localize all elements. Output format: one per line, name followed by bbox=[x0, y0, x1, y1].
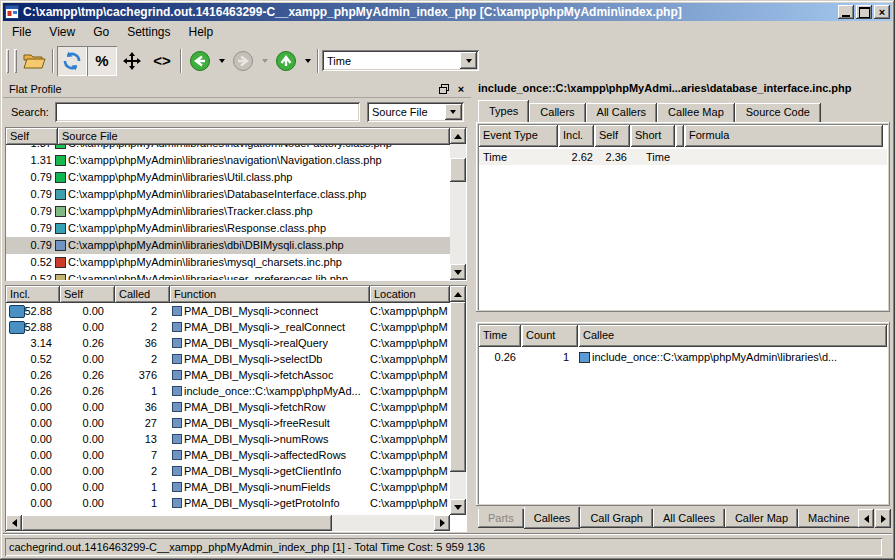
forward-button[interactable] bbox=[228, 46, 258, 76]
column-header-callee[interactable]: Callee bbox=[579, 325, 887, 347]
function-row[interactable]: 0.00 0.00 7 PMA_DBI_Mysqli->affectedRows… bbox=[6, 447, 450, 463]
menu-settings[interactable]: Settings bbox=[118, 22, 179, 42]
event-type-dropdown-button[interactable] bbox=[460, 52, 477, 69]
tab-types[interactable]: Types bbox=[478, 100, 529, 122]
file-row[interactable]: 0.79 C:\xampp\phpMyAdmin\libraries\Respo… bbox=[6, 220, 450, 237]
file-row[interactable]: 0.79 C:\xampp\phpMyAdmin\libraries\Track… bbox=[6, 203, 450, 220]
tab-call-graph[interactable]: Call Graph bbox=[580, 509, 653, 528]
function-row[interactable]: 0.00 0.00 1 PMA_DBI_Mysqli->numFields C:… bbox=[6, 479, 450, 495]
maximize-button[interactable] bbox=[856, 5, 872, 19]
column-header-self[interactable]: Self bbox=[595, 125, 630, 147]
function-row[interactable]: 3.14 0.26 36 PMA_DBI_Mysqli->realQuery C… bbox=[6, 335, 450, 351]
file-row[interactable]: 1.31 C:\xampp\phpMyAdmin\libraries\navig… bbox=[6, 152, 450, 169]
tab-parts[interactable]: Parts bbox=[478, 509, 524, 528]
move-pan-button[interactable] bbox=[117, 46, 147, 76]
back-dropdown-button[interactable] bbox=[215, 46, 228, 76]
column-header-incl[interactable]: Incl. bbox=[559, 125, 594, 147]
open-file-button[interactable] bbox=[19, 46, 49, 76]
self-cost: 0.00 bbox=[60, 495, 115, 511]
column-header-source-file[interactable]: Source File bbox=[58, 128, 450, 145]
event-type-selector[interactable]: Time bbox=[322, 50, 479, 71]
column-header-function[interactable]: Function bbox=[170, 286, 370, 303]
column-header-formula[interactable]: Formula bbox=[685, 125, 883, 147]
file-row[interactable]: 0.79 C:\xampp\phpMyAdmin\libraries\Util.… bbox=[6, 169, 450, 186]
tab-callees[interactable]: Callees bbox=[524, 507, 581, 529]
function-row[interactable]: 52.88 0.00 2 PMA_DBI_Mysqli->connect C:\… bbox=[6, 303, 450, 319]
location: C:\xampp\phpMy bbox=[370, 383, 448, 399]
function-row[interactable]: 0.00 0.00 36 PMA_DBI_Mysqli->fetchRow C:… bbox=[6, 399, 450, 415]
tab-source-code[interactable]: Source Code bbox=[735, 103, 821, 122]
tab-scroll-left-button[interactable] bbox=[858, 509, 874, 528]
menu-file[interactable]: File bbox=[3, 22, 40, 42]
toolbar-handle[interactable] bbox=[6, 49, 9, 73]
scroll-left-button[interactable] bbox=[6, 515, 22, 531]
function-row[interactable]: 0.26 0.26 376 PMA_DBI_Mysqli->fetchAssoc… bbox=[6, 367, 450, 383]
column-header-event-type[interactable]: Event Type bbox=[479, 125, 558, 147]
self-cost: 0.00 bbox=[60, 415, 115, 431]
scroll-down-button[interactable] bbox=[450, 264, 466, 280]
file-list-vscrollbar[interactable] bbox=[450, 128, 466, 280]
column-header-self[interactable]: Self bbox=[60, 286, 115, 303]
scroll-down-button[interactable] bbox=[450, 499, 466, 515]
minimize-button[interactable] bbox=[838, 5, 854, 19]
function-row[interactable]: 0.00 0.00 13 PMA_DBI_Mysqli->numRows C:\… bbox=[6, 431, 450, 447]
tab-callers[interactable]: Callers bbox=[529, 103, 585, 122]
function-row[interactable]: 52.88 0.00 2 PMA_DBI_Mysqli->_realConnec… bbox=[6, 319, 450, 335]
column-header-short[interactable]: Short bbox=[631, 125, 675, 147]
menu-go[interactable]: Go bbox=[84, 22, 118, 42]
up-button[interactable] bbox=[271, 46, 301, 76]
file-row[interactable]: 0.79 C:\xampp\phpMyAdmin\libraries\Datab… bbox=[6, 186, 450, 203]
expand-collapse-button[interactable]: <> bbox=[147, 46, 177, 76]
forward-dropdown-button[interactable] bbox=[258, 46, 271, 76]
dock-close-button[interactable]: × bbox=[454, 82, 468, 95]
column-header-called[interactable]: Called bbox=[115, 286, 170, 303]
tab-callee-map[interactable]: Callee Map bbox=[657, 103, 735, 122]
column-header-location[interactable]: Location bbox=[370, 286, 450, 303]
tab-machine-code[interactable]: Machine bbox=[798, 509, 858, 528]
file-row-selected[interactable]: 0.79 C:\xampp\phpMyAdmin\libraries\dbi\D… bbox=[6, 237, 450, 254]
function-row[interactable]: 0.52 0.00 2 PMA_DBI_Mysqli->selectDb C:\… bbox=[6, 351, 450, 367]
tab-caller-map[interactable]: Caller Map bbox=[725, 509, 798, 528]
scroll-thumb[interactable] bbox=[450, 302, 466, 472]
menu-view[interactable]: View bbox=[40, 22, 84, 42]
file-row[interactable]: 0.52 C:\xampp\phpMyAdmin\libraries\user_… bbox=[6, 271, 450, 280]
function-table-vscrollbar[interactable] bbox=[450, 286, 466, 515]
tab-all-callers[interactable]: All Callers bbox=[586, 103, 658, 122]
callee-row[interactable]: 0.26 1 include_once::C:\xampp\phpMyAdmin… bbox=[479, 349, 887, 365]
search-input[interactable] bbox=[55, 102, 360, 122]
scroll-right-button[interactable] bbox=[434, 515, 450, 531]
source-file-icon bbox=[55, 257, 66, 268]
incl-cost: 0.00 bbox=[6, 415, 60, 431]
function-row[interactable]: 0.26 0.26 1 include_once::C:\xampp\phpMy… bbox=[6, 383, 450, 399]
function-row[interactable]: 0.00 0.00 1 PMA_DBI_Mysqli->getProtoInfo… bbox=[6, 495, 450, 511]
cycle-detection-button[interactable] bbox=[57, 46, 87, 76]
column-header-self[interactable]: Self bbox=[6, 128, 58, 145]
back-button[interactable] bbox=[185, 46, 215, 76]
grouping-dropdown-button[interactable] bbox=[445, 104, 462, 120]
dock-float-button[interactable] bbox=[437, 82, 451, 95]
menu-help[interactable]: Help bbox=[180, 22, 223, 42]
function-row[interactable]: 0.00 0.00 27 PMA_DBI_Mysqli->freeResult … bbox=[6, 415, 450, 431]
column-header-time[interactable]: Time bbox=[479, 325, 521, 347]
close-button[interactable]: × bbox=[874, 5, 890, 19]
spacer-column-header[interactable] bbox=[676, 125, 684, 147]
relative-percent-button[interactable]: % bbox=[87, 46, 117, 76]
toolbar-handle[interactable] bbox=[14, 49, 17, 73]
scroll-up-button[interactable] bbox=[450, 286, 466, 302]
up-dropdown-button[interactable] bbox=[301, 46, 314, 76]
tab-scroll-right-button[interactable] bbox=[875, 509, 891, 528]
grouping-selector[interactable]: Source File bbox=[367, 102, 464, 122]
scroll-up-button[interactable] bbox=[450, 128, 466, 144]
file-row[interactable]: 1.37 C:\xampp\phpMyAdmin\libraries\navig… bbox=[6, 145, 450, 152]
column-header-count[interactable]: Count bbox=[522, 325, 578, 347]
file-row[interactable]: 0.52 C:\xampp\phpMyAdmin\libraries\mysql… bbox=[6, 254, 450, 271]
dock-title-bar[interactable]: Flat Profile × bbox=[3, 80, 471, 98]
scroll-thumb[interactable] bbox=[450, 158, 466, 182]
column-header-incl[interactable]: Incl. bbox=[6, 286, 60, 303]
event-type-row[interactable]: Time 2.62 2.36 Time bbox=[479, 149, 887, 165]
function-row[interactable]: 0.00 0.00 2 PMA_DBI_Mysqli->getClientInf… bbox=[6, 463, 450, 479]
tab-all-callees[interactable]: All Callees bbox=[653, 509, 725, 528]
scroll-thumb[interactable] bbox=[22, 515, 332, 531]
title-bar[interactable]: C:\xampp\tmp\cachegrind.out.1416463299-C… bbox=[3, 3, 892, 21]
function-table-hscrollbar[interactable] bbox=[6, 515, 450, 531]
